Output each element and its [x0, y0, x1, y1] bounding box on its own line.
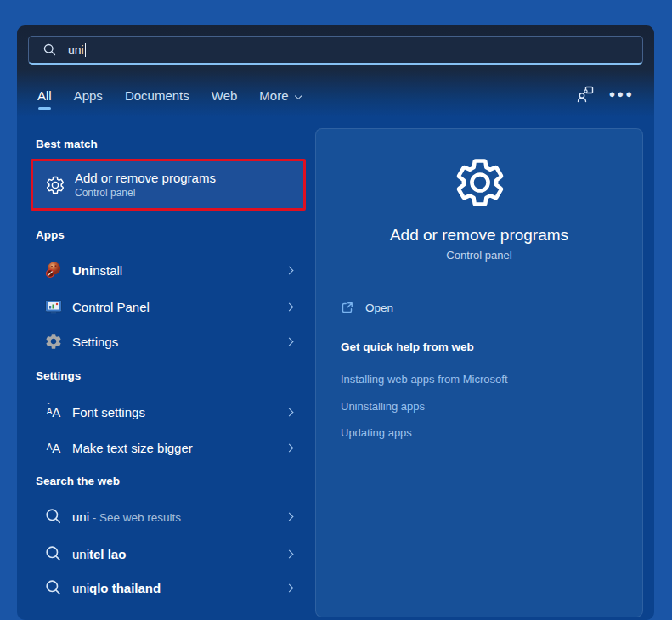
chevron-right-icon[interactable] [285, 512, 294, 521]
tab-web[interactable]: Web [212, 88, 238, 110]
chevron-right-icon[interactable] [285, 302, 294, 311]
chevron-right-icon[interactable] [285, 337, 294, 346]
search-icon [44, 578, 63, 597]
help-header: Get quick help from web [341, 341, 474, 353]
tab-documents[interactable]: Documents [125, 88, 189, 110]
result-item-control-panel[interactable]: Control Panel [31, 290, 306, 323]
help-link-installing[interactable]: Installing web apps from Microsoft [341, 373, 508, 386]
chevron-right-icon[interactable] [285, 583, 294, 592]
screen-bottom-strip [0, 620, 672, 625]
search-icon [42, 42, 57, 57]
open-action[interactable]: Open [340, 301, 393, 315]
active-tab-underline [38, 107, 51, 110]
windows-search-flyout: uni All Apps Documents Web More ●●● [0, 0, 672, 625]
section-header-apps: Apps [36, 228, 65, 241]
section-header-best-match: Best match [36, 138, 98, 150]
result-item-uninstall[interactable]: Uninstall [31, 254, 306, 286]
chevron-right-icon[interactable] [285, 549, 294, 558]
best-match-item[interactable]: Add or remove programs Control panel [31, 159, 306, 211]
gear-outline-icon [45, 175, 65, 195]
more-options-icon[interactable]: ●●● [608, 90, 634, 99]
account-options-icon[interactable] [576, 85, 595, 104]
preview-card: Add or remove programs Control panel Ope… [315, 128, 643, 617]
open-external-icon [340, 301, 354, 315]
header-actions: ●●● [576, 85, 634, 104]
control-panel-icon [44, 297, 63, 316]
tab-apps[interactable]: Apps [74, 88, 103, 110]
chevron-right-icon[interactable] [285, 443, 294, 452]
uninstall-icon [44, 261, 63, 279]
divider [330, 290, 629, 290]
search-icon [44, 544, 63, 563]
help-link-updating[interactable]: Updating apps [341, 426, 412, 439]
section-header-settings: Settings [36, 369, 81, 382]
search-panel: uni All Apps Documents Web More ●●● [17, 25, 654, 620]
help-link-uninstalling[interactable]: Uninstalling apps [341, 400, 425, 413]
text-caret [85, 43, 86, 57]
web-result-uniqlo-thailand[interactable]: uniqlo thailand [31, 572, 306, 604]
chevron-right-icon[interactable] [285, 266, 294, 274]
section-header-search-web: Search the web [36, 475, 120, 487]
search-query-text: uni [68, 43, 84, 57]
web-result-uni[interactable]: uni - See web results [31, 500, 306, 532]
search-filter-tabs: All Apps Documents Web More [37, 88, 299, 110]
best-match-subtitle: Control panel [75, 187, 216, 199]
tab-all[interactable]: All [37, 88, 52, 110]
preview-subtitle: Control panel [316, 249, 642, 262]
preview-title: Add or remove programs [316, 226, 642, 245]
font-settings-icon: AˆA [44, 403, 63, 421]
web-result-unitel-lao[interactable]: unitel lao [31, 538, 306, 570]
result-item-text-size[interactable]: AA Make text size bigger [31, 431, 306, 464]
search-input[interactable]: uni [28, 36, 643, 65]
open-label: Open [365, 301, 393, 314]
best-match-title: Add or remove programs [75, 171, 216, 185]
result-item-settings[interactable]: Settings [31, 325, 306, 358]
tab-more[interactable]: More [259, 88, 298, 110]
settings-gear-icon [44, 332, 63, 351]
result-item-font-settings[interactable]: AˆA Font settings [31, 396, 306, 428]
text-size-icon: AA [44, 438, 63, 457]
search-icon [44, 507, 63, 526]
gear-outline-icon [453, 155, 507, 210]
chevron-down-icon [294, 93, 301, 99]
chevron-right-icon[interactable] [285, 408, 294, 416]
